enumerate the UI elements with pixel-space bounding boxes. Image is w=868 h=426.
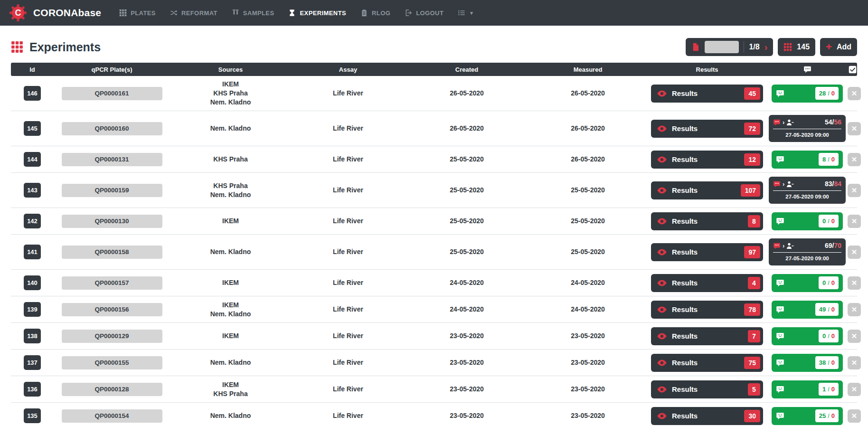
delete-experiment-button[interactable]: ✕ [848,87,861,100]
review-status-badge-done[interactable]: 0 / 0 [772,274,843,292]
assay-cell: Life River [291,411,405,420]
experiment-id-badge: 141 [24,245,41,259]
sources-cell: IKEM [170,331,291,341]
results-button[interactable]: Results 72 [651,120,763,138]
experiment-id-badge: 144 [24,152,41,167]
review-status-badge-pending[interactable]: › 83/84 27-05-2020 09:00 [769,177,846,204]
shuffle-icon [170,9,178,17]
nav-item-reformat[interactable]: REFORMAT [170,9,217,17]
results-button[interactable]: Results 12 [651,151,763,169]
qpcr-plate-input[interactable] [62,246,162,259]
plate-cell [54,303,170,316]
results-label: Results [672,155,739,163]
select-all-checkbox[interactable] [848,65,857,73]
qpcr-plate-input[interactable] [62,330,162,343]
nav-list-dropdown[interactable]: ▾ [458,9,473,17]
review-status-badge-done[interactable]: 0 / 0 [772,212,843,230]
results-button[interactable]: Results 8 [651,212,763,230]
results-cell: Results 78 [647,301,767,319]
results-button[interactable]: Results 75 [651,354,763,372]
qpcr-plate-input[interactable] [62,215,162,228]
qpcr-plate-input[interactable] [62,87,162,100]
close-cell: ✕ [848,184,861,197]
delete-experiment-button[interactable]: ✕ [848,153,861,166]
nav-item-experiments[interactable]: EXPERIMENTS [288,9,346,17]
qpcr-plate-input[interactable] [62,122,162,135]
review-status-badge-done[interactable]: 25 / 0 [772,407,843,425]
total-count-button[interactable]: 145 [778,38,815,56]
page-file-icon [691,43,700,51]
delete-experiment-button[interactable]: ✕ [848,330,861,343]
results-count-badge: 8 [748,215,760,227]
next-page-button[interactable]: › [764,42,768,52]
qpcr-plate-input[interactable] [62,184,162,197]
results-label: Results [672,248,739,256]
review-status-badge-done[interactable]: 8 / 0 [772,151,843,169]
review-counts: 8 / 0 [819,153,839,166]
nav-label: LOGOUT [416,9,443,17]
review-status-cell: 38 / 0 [767,354,848,372]
review-status-cell: 0 / 0 [767,327,848,345]
id-cell: 139 [11,302,54,317]
reviewed-ok-count: 28 [819,89,826,98]
nav-item-logout[interactable]: LOGOUT [405,9,443,17]
pending-status-line: › 54/56 [773,118,841,127]
reviewed-done-count: 69 [825,242,832,249]
results-button[interactable]: Results 107 [651,181,763,199]
qpcr-plate-input[interactable] [62,356,162,369]
review-status-badge-done[interactable]: 1 / 0 [772,380,843,398]
qpcr-plate-input[interactable] [62,303,162,316]
results-button[interactable]: Results 78 [651,301,763,319]
review-status-badge-pending[interactable]: › 69/70 27-05-2020 09:00 [769,238,846,265]
experiment-id-badge: 139 [24,302,41,317]
qpcr-plate-input[interactable] [62,276,162,290]
close-cell: ✕ [848,122,861,135]
qpcr-plate-input[interactable] [62,153,162,166]
results-button[interactable]: Results 45 [651,85,763,103]
table-header: Id qPCR Plate(s) Sources Assay Created M… [11,63,857,76]
review-status-cell: 0 / 0 [767,274,848,292]
results-label: Results [672,305,739,313]
delete-experiment-button[interactable]: ✕ [848,246,861,259]
page-number-input[interactable] [705,41,739,53]
close-cell: ✕ [848,276,861,290]
pending-status-line: › 69/70 [773,241,841,250]
results-button[interactable]: Results 30 [651,407,763,425]
brand[interactable]: C CORONAbase [9,3,101,22]
results-button[interactable]: Results 5 [651,380,763,398]
review-status-badge-done[interactable]: 0 / 0 [772,327,843,345]
delete-experiment-button[interactable]: ✕ [848,356,861,369]
nav-item-rlog[interactable]: RLOG [360,9,390,17]
results-cell: Results 72 [647,120,767,138]
nav-item-plates[interactable]: PLATES [119,9,156,17]
page-title: Experiments [29,40,101,54]
delete-experiment-button[interactable]: ✕ [848,215,861,228]
measured-cell: 24-05-2020 [528,305,647,314]
results-count-badge: 107 [741,184,760,197]
sources-cell: IKEMNem. Kladno [170,301,291,319]
chat-smiley-icon [776,217,784,226]
slash-separator: / [828,217,830,226]
qpcr-plate-input[interactable] [62,383,162,396]
results-button[interactable]: Results 7 [651,327,763,345]
delete-experiment-button[interactable]: ✕ [848,383,861,396]
reviewed-fail-count: 0 [831,358,835,367]
delete-experiment-button[interactable]: ✕ [848,184,861,197]
results-button[interactable]: Results 4 [651,274,763,292]
review-status-badge-done[interactable]: 28 / 0 [772,85,843,103]
results-count-badge: 78 [744,303,760,316]
delete-experiment-button[interactable]: ✕ [848,303,861,316]
review-status-badge-done[interactable]: 49 / 0 [772,301,843,319]
reviewed-ok-count: 1 [822,385,826,394]
hourglass-icon [288,9,296,17]
review-status-badge-pending[interactable]: › 54/56 27-05-2020 09:00 [769,115,846,142]
reviewed-ok-count: 0 [822,331,826,341]
delete-experiment-button[interactable]: ✕ [848,122,861,135]
add-button[interactable]: + Add [820,38,857,56]
delete-experiment-button[interactable]: ✕ [848,276,861,290]
delete-experiment-button[interactable]: ✕ [848,409,861,423]
nav-item-samples[interactable]: SAMPLES [232,9,274,17]
review-status-badge-done[interactable]: 38 / 0 [772,354,843,372]
results-button[interactable]: Results 97 [651,243,763,261]
qpcr-plate-input[interactable] [62,409,162,423]
